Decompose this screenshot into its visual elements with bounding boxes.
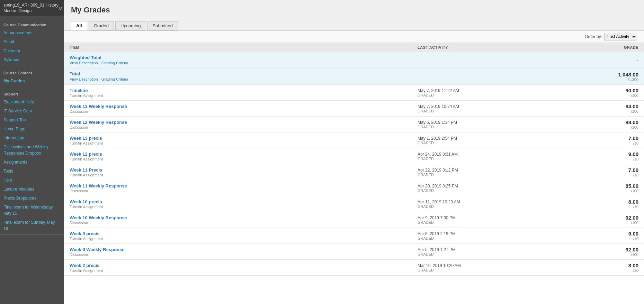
item-name[interactable]: Week 12 precis [70, 151, 406, 157]
activity-status: GRADED [418, 125, 522, 129]
item-subtitle: Discussion [70, 252, 406, 257]
tab-graded[interactable]: Graded [89, 21, 114, 30]
grade-max: /100 [534, 221, 638, 225]
item-subtitle: Discussion [70, 125, 406, 129]
grade-max: /100 [534, 189, 638, 193]
sidebar-icons: ↺ ⊞ [59, 6, 64, 11]
activity-status: GRADED [418, 109, 522, 113]
refresh-icon[interactable]: ↺ [59, 6, 63, 11]
sidebar-header: spring19_ARH369_01:History Modern Design… [0, 0, 64, 16]
item-name[interactable]: Week 11 Precis [70, 167, 406, 173]
table-row: Week 13 Weekly ResponseDiscussionMay 7, … [64, 101, 644, 117]
activity-date: Apr 11, 2019 10:23 AM [418, 200, 522, 204]
item-link[interactable]: View Description [70, 77, 98, 81]
sidebar-item-final-exam-wed[interactable]: Final exam for Wednesday, May 15 [0, 203, 64, 218]
item-name[interactable]: Week 10 Weekly Response [70, 215, 406, 220]
sidebar: spring19_ARH369_01:History Modern Design… [0, 0, 64, 304]
item-name[interactable]: Timeline [70, 88, 406, 93]
item-link[interactable]: View Description [70, 61, 98, 65]
grade-max: /10 [534, 141, 638, 145]
activity-date: May 7, 2019 11:22 AM [418, 88, 522, 93]
grade-max: /100 [534, 93, 638, 98]
activity-status: GRADED [418, 236, 522, 240]
order-by-select[interactable]: Last ActivityItem NameDue DateGrade [604, 33, 637, 40]
table-row: Week 11 PrecisTurnitin AssignmentApr 22,… [64, 164, 644, 180]
sidebar-item-precis-dropboxes[interactable]: Precis Dropboxes [0, 194, 64, 203]
activity-status: GRADED [418, 268, 522, 272]
grade-value: 7.00 [628, 167, 638, 173]
table-row: Week 9 Weekly ResponseDiscussionApr 5, 2… [64, 244, 644, 260]
sidebar-item-tools[interactable]: Tools [0, 167, 64, 176]
grade-value: 9.00 [628, 231, 638, 237]
table-header-row: ITEM LAST ACTIVITY GRADE [64, 43, 644, 52]
page-title: My Grades [71, 6, 637, 15]
item-subtitle: Turnitin Assignment [70, 268, 406, 273]
grade-value: 84.00 [625, 103, 638, 109]
item-subtitle: Turnitin Assignment [70, 173, 406, 177]
item-name[interactable]: Week 9 Weekly Response [70, 247, 406, 252]
sidebar-item-home-page[interactable]: Home Page [0, 125, 64, 133]
item-subtitle: Turnitin Assignment [70, 157, 406, 161]
item-name[interactable]: Week 2 precis [70, 263, 406, 268]
item-name[interactable]: Week 13 precis [70, 136, 406, 141]
table-row: Week 11 Weekly ResponseDiscussionApr 20,… [64, 180, 644, 196]
grade-value: 8.00 [628, 199, 638, 205]
item-name[interactable]: Week 12 Weekly Response [70, 120, 406, 125]
item-name[interactable]: Weighted Total [70, 55, 406, 60]
grade-dash: - [637, 57, 638, 63]
table-row: Week 2 precisTurnitin AssignmentMar 19, … [64, 260, 644, 276]
sidebar-item-help[interactable]: Help [0, 176, 64, 185]
activity-date: Mar 19, 2019 10:20 AM [418, 263, 522, 268]
item-subtitle: Turnitin Assignment [70, 237, 406, 241]
sidebar-item-lecture-modules[interactable]: Lecture Modules [0, 185, 64, 194]
item-subtitle: Turnitin Assignment [70, 205, 406, 209]
table-row: Week 12 Weekly ResponseDiscussionMay 6, … [64, 117, 644, 132]
item-name[interactable]: Week 11 Weekly Response [70, 183, 406, 188]
item-subtitle: Turnitin Assignment [70, 141, 406, 145]
sidebar-item-syllabus[interactable]: Syllabus [0, 55, 64, 64]
activity-status: GRADED [418, 204, 522, 209]
table-row: Weighted TotalView DescriptionGrading Cr… [64, 52, 644, 68]
sidebar-item-support-tab[interactable]: Support Tab [0, 116, 64, 125]
grade-value: 92.00 [625, 247, 638, 252]
tab-all[interactable]: All [71, 21, 87, 30]
tab-submitted[interactable]: Submitted [147, 21, 178, 30]
table-row: Week 12 precisTurnitin AssignmentApr 24,… [64, 148, 644, 164]
sidebar-item-my-grades[interactable]: My Grades [0, 76, 64, 85]
activity-status: GRADED [418, 173, 522, 177]
grade-value: 90.00 [625, 87, 638, 93]
sidebar-item-information[interactable]: Information [0, 133, 64, 142]
table-row: Week 10 precisTurnitin AssignmentApr 11,… [64, 196, 644, 212]
column-grade: GRADE [528, 43, 644, 52]
item-link[interactable]: Grading Criteria [101, 61, 128, 65]
sidebar-item-assignments[interactable]: Assignments [0, 158, 64, 167]
sidebar-item-it-service-desk[interactable]: IT Service Desk [0, 107, 64, 116]
grade-value: 1,048.00 [618, 72, 638, 77]
item-link[interactable]: Grading Criteria [101, 77, 128, 81]
activity-date: May 7, 2019 10:24 AM [418, 104, 522, 109]
sidebar-item-blackboard-help[interactable]: Blackboard Help [0, 98, 64, 107]
sidebar-section-label: Course Content [0, 67, 64, 76]
item-name[interactable]: Week 10 precis [70, 199, 406, 204]
table-row: Week 10 Weekly ResponseDiscussionApr 9, … [64, 212, 644, 228]
sidebar-item-discussions-dropbox[interactable]: Discussions and Weekly Responses Dropbox [0, 142, 64, 158]
item-subtitle: Turnitin Assignment [70, 93, 406, 98]
sidebar-item-final-exam-sun[interactable]: Final exam for Sunday, May 19 [0, 218, 64, 233]
activity-status: GRADED [418, 220, 522, 224]
sidebar-item-email[interactable]: Email [0, 37, 64, 46]
item-name[interactable]: Week 9 precis [70, 231, 406, 236]
column-item: ITEM [64, 43, 412, 52]
item-name[interactable]: Week 13 Weekly Response [70, 104, 406, 109]
item-name[interactable]: Total [70, 71, 406, 76]
activity-status: GRADED [418, 252, 522, 256]
grade-value: 8.00 [628, 262, 638, 268]
tab-upcoming[interactable]: Upcoming [115, 21, 146, 30]
main-content: My Grades AllGradedUpcomingSubmitted Ord… [64, 0, 644, 304]
activity-date: Apr 5, 2019 1:27 PM [418, 247, 522, 252]
grade-value: 7.00 [628, 135, 638, 141]
sidebar-item-announcements[interactable]: Announcements [0, 28, 64, 37]
grade-max: /10 [534, 205, 638, 209]
sidebar-item-calendar[interactable]: Calendar [0, 46, 64, 55]
order-by-label: Order by: [585, 34, 602, 39]
activity-date: Apr 9, 2019 7:30 PM [418, 215, 522, 220]
